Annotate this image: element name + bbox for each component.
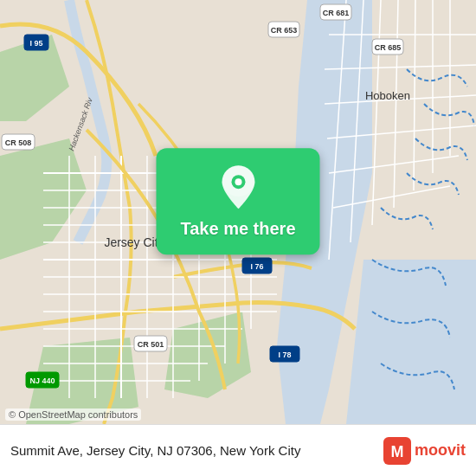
svg-marker-4 xyxy=(346,260,476,424)
svg-text:I 95: I 95 xyxy=(29,39,42,48)
svg-point-69 xyxy=(235,178,241,185)
bottom-bar: Summit Ave, Jersey City, NJ 07306, New Y… xyxy=(0,424,476,476)
moovit-name: moovit xyxy=(415,441,466,460)
svg-text:CR 681: CR 681 xyxy=(323,9,350,17)
moovit-icon: M xyxy=(383,437,411,465)
svg-text:CR 501: CR 501 xyxy=(138,340,164,349)
map-container: CR 681 CR 653 CR 685 I 95 CR 508 Hackens… xyxy=(0,0,476,424)
svg-text:I 78: I 78 xyxy=(278,351,291,359)
copyright-text: © OpenStreetMap contributors xyxy=(9,409,138,420)
svg-text:CR 653: CR 653 xyxy=(271,26,298,35)
map-copyright: © OpenStreetMap contributors xyxy=(5,408,141,421)
take-me-there-label: Take me there xyxy=(180,219,295,239)
svg-text:M: M xyxy=(390,443,403,460)
svg-text:CR 508: CR 508 xyxy=(5,138,32,147)
svg-text:Hoboken: Hoboken xyxy=(365,89,410,102)
take-me-there-button[interactable]: Take me there xyxy=(156,148,319,254)
svg-text:CR 685: CR 685 xyxy=(375,43,402,52)
address-text: Summit Ave, Jersey City, NJ 07306, New Y… xyxy=(10,443,375,458)
map-pin-icon xyxy=(219,164,257,210)
svg-text:I 76: I 76 xyxy=(250,262,263,271)
svg-text:Jersey City: Jersey City xyxy=(104,235,164,249)
svg-text:NJ 440: NJ 440 xyxy=(29,376,55,385)
moovit-logo: M moovit xyxy=(383,437,466,465)
